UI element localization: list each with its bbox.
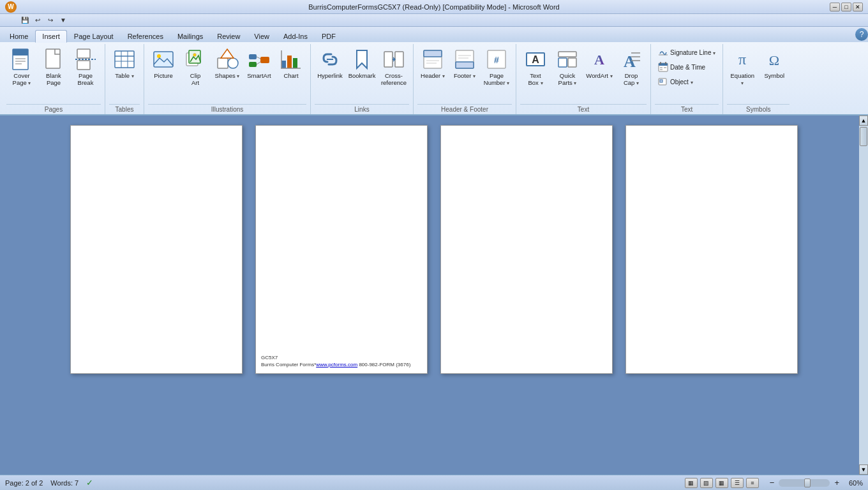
- save-quick-btn[interactable]: 💾: [19, 15, 31, 26]
- view-outline-button[interactable]: ☰: [731, 478, 744, 488]
- status-bar: Page: 2 of 2 Words: 7 ✓ ▦ ▨ ▦ ☰ ≡ − + 60…: [0, 475, 868, 490]
- drop-cap-button[interactable]: A DropCap ▾: [616, 45, 647, 91]
- blank-page-icon: [42, 48, 65, 71]
- svg-rect-1: [13, 49, 28, 56]
- quick-parts-label: QuickParts ▾: [558, 72, 577, 87]
- svg-rect-42: [456, 62, 474, 68]
- window-controls[interactable]: ─ □ ✕: [830, 3, 863, 11]
- smartart-button[interactable]: SmartArt: [244, 45, 274, 91]
- picture-icon: [152, 48, 175, 71]
- svg-rect-8: [77, 61, 90, 70]
- equation-button[interactable]: π Equation ▾: [727, 45, 758, 91]
- svg-rect-5: [46, 49, 60, 68]
- document-area: GC5X7 Burris Computer Forms*www.pcforms.…: [0, 115, 868, 475]
- svg-rect-59: [659, 63, 668, 66]
- hyperlink-label: Hyperlink: [317, 72, 343, 79]
- chart-button[interactable]: Chart: [276, 45, 306, 91]
- help-button[interactable]: ?: [855, 28, 868, 41]
- zoom-minus-button[interactable]: −: [768, 478, 777, 487]
- tab-pdf[interactable]: PDF: [315, 30, 343, 42]
- signature-buttons: Signature Line ▾ Da: [655, 45, 719, 104]
- page-break-button[interactable]: PageBreak: [70, 45, 101, 91]
- tab-add-ins[interactable]: Add-Ins: [276, 30, 315, 42]
- zoom-plus-button[interactable]: +: [832, 478, 841, 487]
- hyperlink-icon: [318, 48, 341, 71]
- equation-label: Equation ▾: [729, 72, 756, 87]
- wordart-icon: A: [588, 48, 611, 71]
- maximize-button[interactable]: □: [841, 3, 851, 11]
- header-button[interactable]: Header ▾: [417, 45, 448, 91]
- illustrations-group-label: Illustrations: [148, 104, 306, 113]
- cover-page-label: CoverPage ▾: [13, 72, 31, 87]
- svg-rect-34: [384, 52, 393, 67]
- object-button[interactable]: Object ▾: [655, 75, 719, 89]
- vertical-scrollbar[interactable]: ▲ ▼: [859, 115, 868, 475]
- footer-line1: GC5X7: [261, 354, 410, 361]
- view-draft-button[interactable]: ≡: [746, 478, 759, 488]
- scroll-thumb[interactable]: [860, 127, 867, 146]
- footer-company: Burris Computer Forms*: [261, 362, 316, 368]
- date-time-button[interactable]: Date & Time: [655, 60, 719, 74]
- view-full-button[interactable]: ▨: [700, 478, 713, 488]
- tab-home[interactable]: Home: [3, 30, 35, 42]
- text-group-label: Text: [520, 104, 647, 113]
- tab-review[interactable]: Review: [210, 30, 247, 42]
- ribbon-group-links: Hyperlink Bookmark: [311, 44, 414, 114]
- tab-references[interactable]: References: [121, 30, 170, 42]
- svg-text:Ω: Ω: [769, 52, 779, 68]
- text-box-button[interactable]: A TextBox ▾: [520, 45, 551, 91]
- tab-view[interactable]: View: [247, 30, 276, 42]
- scroll-down-button[interactable]: ▼: [859, 464, 868, 475]
- page-3: [440, 125, 613, 374]
- object-icon: [658, 77, 668, 87]
- illustrations-buttons: Picture ClipArt: [148, 45, 306, 104]
- signature-line-label: Signature Line ▾: [670, 49, 715, 56]
- window-title: BurrisComputerFormsGC5X7 (Read-Only) [Co…: [0, 3, 868, 11]
- zoom-slider[interactable]: [779, 479, 830, 487]
- view-web-button[interactable]: ▦: [715, 478, 728, 488]
- svg-rect-19: [218, 58, 228, 68]
- footer-link[interactable]: www.pcforms.com: [316, 362, 357, 368]
- shapes-icon: [216, 48, 239, 71]
- tab-page-layout[interactable]: Page Layout: [67, 30, 121, 42]
- drop-cap-icon: A: [620, 48, 643, 71]
- svg-rect-6: [77, 49, 90, 58]
- footer-icon: [453, 48, 476, 71]
- svg-marker-21: [221, 49, 234, 58]
- clip-art-button[interactable]: ClipArt: [180, 45, 211, 91]
- cross-reference-button[interactable]: Cross-reference: [378, 45, 409, 91]
- tab-insert[interactable]: Insert: [35, 30, 67, 43]
- customize-quick-btn[interactable]: ▼: [57, 15, 69, 26]
- blank-page-button[interactable]: BlankPage: [38, 45, 69, 91]
- tab-mailings[interactable]: Mailings: [170, 30, 210, 42]
- scroll-up-button[interactable]: ▲: [859, 115, 868, 126]
- picture-button[interactable]: Picture: [148, 45, 179, 91]
- signature-small-group: Signature Line ▾ Da: [655, 45, 719, 89]
- cover-page-button[interactable]: CoverPage ▾: [6, 45, 37, 91]
- wordart-label: WordArt ▾: [586, 72, 612, 80]
- wordart-button[interactable]: A WordArt ▾: [584, 45, 615, 91]
- shapes-button[interactable]: Shapes ▾: [212, 45, 243, 91]
- clip-art-label: ClipArt: [190, 72, 200, 87]
- svg-rect-9: [115, 51, 134, 68]
- svg-rect-14: [154, 52, 173, 67]
- footer-button[interactable]: Footer ▾: [449, 45, 480, 91]
- view-print-button[interactable]: ▦: [685, 478, 698, 488]
- redo-quick-btn[interactable]: ↪: [45, 15, 56, 26]
- status-left: Page: 2 of 2 Words: 7 ✓: [5, 478, 93, 487]
- text-box-icon: A: [524, 48, 547, 71]
- pages-group-label: Pages: [6, 104, 101, 113]
- minimize-button[interactable]: ─: [830, 3, 840, 11]
- page-number-label: PageNumber ▾: [484, 72, 509, 87]
- symbol-button[interactable]: Ω Symbol: [759, 45, 789, 91]
- bookmark-button[interactable]: Bookmark: [347, 45, 377, 91]
- cross-reference-icon: [382, 48, 405, 71]
- close-button[interactable]: ✕: [853, 3, 863, 11]
- quick-parts-button[interactable]: QuickParts ▾: [552, 45, 583, 91]
- undo-quick-btn[interactable]: ↩: [32, 15, 43, 26]
- page-number-button[interactable]: # PageNumber ▾: [481, 45, 512, 91]
- svg-rect-29: [293, 58, 297, 68]
- table-button[interactable]: Table ▾: [109, 45, 140, 91]
- hyperlink-button[interactable]: Hyperlink: [315, 45, 345, 91]
- signature-line-button[interactable]: Signature Line ▾: [655, 45, 719, 59]
